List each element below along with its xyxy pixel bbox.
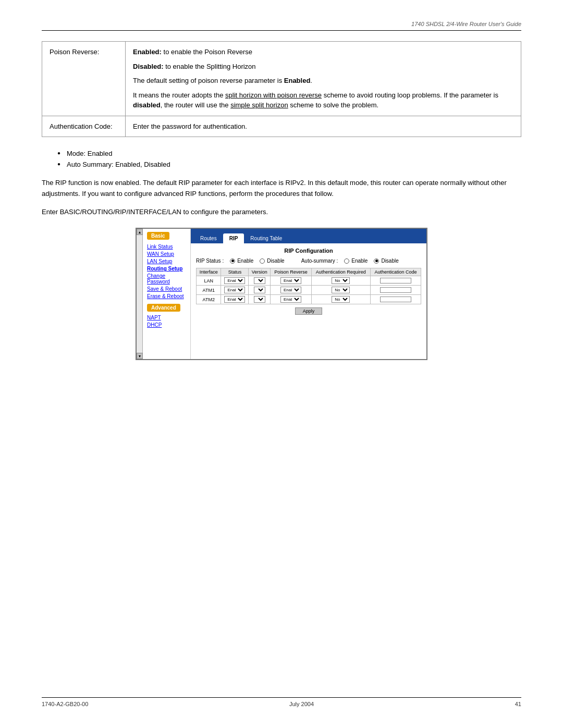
th-auth-req: Authentication Required — [311, 268, 370, 276]
select-poison-1[interactable]: EnableDisable — [280, 287, 301, 293]
th-status: Status — [221, 268, 249, 276]
router-inner: Basic Link Status WAN Setup LAN Setup Ro… — [144, 229, 426, 359]
th-version: Version — [249, 268, 271, 276]
disabled-bold: Disabled: — [133, 63, 164, 70]
td-auth-req-1[interactable]: NoneSimpleMD5 — [311, 286, 370, 295]
simple-split-link: simple split horizon — [230, 101, 288, 109]
td-version-1[interactable]: 12 — [249, 286, 271, 295]
main-content: Routes RIP Routing Table RIP Configurati… — [191, 229, 426, 359]
sidebar-link-dhcp[interactable]: DHCP — [147, 322, 187, 328]
sidebar-link-password[interactable]: Change Password — [147, 273, 187, 285]
input-auth-code-2[interactable] — [380, 297, 411, 302]
auto-disable-radio[interactable]: Disable — [374, 258, 398, 264]
apply-button[interactable]: Apply — [295, 307, 323, 315]
radio-auto-enable-dot — [344, 258, 349, 264]
sidebar-link-lan[interactable]: LAN Setup — [147, 258, 187, 264]
content-panel: RIP Configuration RIP Status : Enable Di… — [191, 243, 426, 319]
split-horizon-link: split horizon with poison reverse — [225, 91, 322, 99]
sidebar-link-wan[interactable]: WAN Setup — [147, 251, 187, 257]
auth-label: Authentication Code: — [42, 116, 126, 137]
td-poison-1[interactable]: EnableDisable — [271, 286, 311, 295]
auto-enable-radio[interactable]: Enable — [344, 258, 368, 264]
auto-disable-text: Disable — [381, 258, 398, 264]
tab-routes[interactable]: Routes — [194, 233, 223, 243]
th-auth-code: Authentication Code — [370, 268, 421, 276]
scroll-up[interactable]: ▲ — [137, 229, 143, 235]
select-version-2[interactable]: 12 — [254, 296, 265, 303]
table-row-poison: Poison Reverse: Enabled: to enable the P… — [42, 42, 521, 116]
interface-table: Interface Status Version Poison Reverse … — [196, 268, 421, 304]
footer-right: 41 — [515, 701, 521, 707]
section-title: RIP Configuration — [196, 248, 421, 254]
select-version-0[interactable]: 12 — [254, 277, 265, 284]
page-header: 1740 SHDSL 2/4-Wire Router User's Guide — [42, 21, 521, 31]
apply-row: Apply — [196, 307, 421, 315]
td-iface-1: ATM1 — [197, 286, 221, 295]
scroll-down[interactable]: ▼ — [137, 353, 143, 359]
td-iface-2: ATM2 — [197, 295, 221, 304]
td-auth-req-2[interactable]: NoneSimpleMD5 — [311, 295, 370, 304]
select-status-1[interactable]: EnableDisable — [224, 287, 245, 293]
bullet-auto-summary: Auto Summary: Enabled, Disabled — [57, 161, 521, 168]
select-status-2[interactable]: EnableDisable — [224, 296, 245, 303]
basic-badge: Basic — [147, 232, 169, 240]
sidebar: Basic Link Status WAN Setup LAN Setup Ro… — [144, 229, 191, 359]
page-container: 1740 SHDSL 2/4-Wire Router User's Guide … — [0, 0, 563, 728]
iface-row-2: ATM2EnableDisable12EnableDisableNoneSimp… — [197, 295, 421, 304]
select-poison-0[interactable]: EnableDisable — [280, 277, 301, 284]
th-interface: Interface — [197, 268, 221, 276]
select-auth-2[interactable]: NoneSimpleMD5 — [332, 296, 350, 303]
select-auth-0[interactable]: NoneSimpleMD5 — [332, 277, 350, 284]
select-auth-1[interactable]: NoneSimpleMD5 — [332, 287, 350, 293]
info-table: Poison Reverse: Enabled: to enable the P… — [42, 41, 521, 137]
sidebar-link-napt[interactable]: NAPT — [147, 315, 187, 320]
tab-bar: Routes RIP Routing Table — [191, 229, 426, 243]
tab-rip[interactable]: RIP — [223, 233, 244, 243]
radio-enable-dot — [230, 258, 235, 264]
footer-center: July 2004 — [289, 701, 314, 707]
td-status-0[interactable]: EnableDisable — [221, 276, 249, 286]
select-poison-2[interactable]: EnableDisable — [280, 296, 301, 303]
sidebar-link-routing[interactable]: Routing Setup — [147, 266, 187, 272]
auto-enable-text: Enable — [351, 258, 368, 264]
select-status-0[interactable]: EnableDisable — [224, 277, 245, 284]
td-auth-code-2[interactable] — [370, 295, 421, 304]
rip-status-row: RIP Status : Enable Disable Auto-summary… — [196, 258, 421, 264]
td-poison-2[interactable]: EnableDisable — [271, 295, 311, 304]
sidebar-link-save[interactable]: Save & Reboot — [147, 286, 187, 292]
disabled-inline: disabled — [133, 101, 161, 109]
input-auth-code-1[interactable] — [380, 287, 411, 293]
td-auth-req-0[interactable]: NoneSimpleMD5 — [311, 276, 370, 286]
input-auth-code-0[interactable] — [380, 278, 411, 283]
enabled-bold: Enabled: — [133, 48, 162, 56]
poison-content: Enabled: to enable the Poison Reverse Di… — [126, 42, 521, 116]
table-header-row: Interface Status Version Poison Reverse … — [197, 268, 421, 276]
td-auth-code-1[interactable] — [370, 286, 421, 295]
footer-left: 1740-A2-GB20-00 — [42, 701, 88, 707]
rip-status-label: RIP Status : — [196, 258, 224, 264]
radio-auto-disable-dot — [374, 258, 379, 264]
enabled-inline: Enabled — [284, 77, 311, 84]
td-status-2[interactable]: EnableDisable — [221, 295, 249, 304]
td-auth-code-0[interactable] — [370, 276, 421, 286]
tab-routing-table[interactable]: Routing Table — [244, 233, 288, 243]
rip-disable-radio[interactable]: Disable — [260, 258, 284, 264]
select-version-1[interactable]: 12 — [254, 287, 265, 293]
radio-disable-dot — [260, 258, 265, 264]
rip-disable-text: Disable — [267, 258, 284, 264]
auto-summary-label: Auto-summary : — [301, 258, 338, 264]
iface-row-0: LANEnableDisable12EnableDisableNoneSimpl… — [197, 276, 421, 286]
rip-enable-text: Enable — [237, 258, 253, 264]
poison-label: Poison Reverse: — [42, 42, 126, 116]
bullet-list: Mode: Enabled Auto Summary: Enabled, Dis… — [57, 150, 521, 168]
td-poison-0[interactable]: EnableDisable — [271, 276, 311, 286]
td-status-1[interactable]: EnableDisable — [221, 286, 249, 295]
advanced-badge: Advanced — [147, 304, 180, 312]
bullet-mode: Mode: Enabled — [57, 150, 521, 157]
sidebar-link-status[interactable]: Link Status — [147, 244, 187, 250]
td-version-0[interactable]: 12 — [249, 276, 271, 286]
td-version-2[interactable]: 12 — [249, 295, 271, 304]
sidebar-link-erase[interactable]: Erase & Reboot — [147, 293, 187, 299]
page-footer: 1740-A2-GB20-00 July 2004 41 — [42, 697, 521, 707]
rip-enable-radio[interactable]: Enable — [230, 258, 253, 264]
